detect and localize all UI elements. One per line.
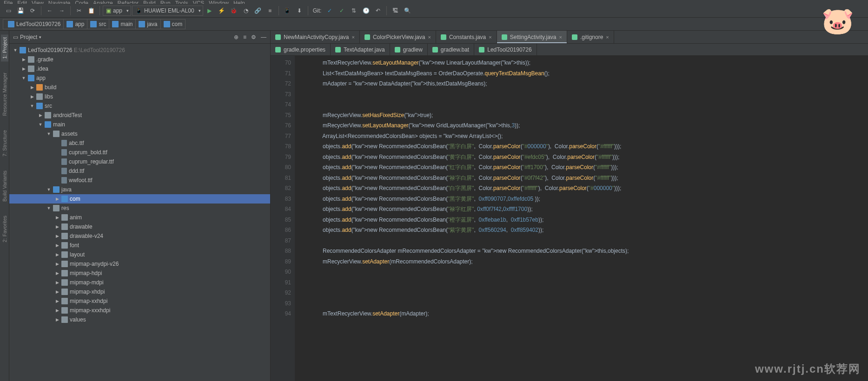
expand-icon[interactable]: ▶ xyxy=(55,262,60,266)
close-icon[interactable]: × xyxy=(489,34,491,40)
profile-icon[interactable]: ◔ xyxy=(240,5,252,16)
git-commit-icon[interactable]: ✓ xyxy=(336,5,347,16)
tree-item[interactable]: ddd.ttf xyxy=(9,166,270,176)
tree-item[interactable]: ▶drawable xyxy=(9,222,270,231)
sync-icon[interactable]: ⟳ xyxy=(27,5,38,16)
tree-item[interactable]: ▶mipmap-anydpi-v26 xyxy=(9,259,270,269)
editor-tab[interactable]: SettingActivity.java× xyxy=(497,31,567,43)
tree-item[interactable]: ▶mipmap-xxhdpi xyxy=(9,296,270,306)
gear-icon[interactable]: ⚙ xyxy=(251,34,256,40)
tree-item[interactable]: wwfoot.ttf xyxy=(9,176,270,185)
git-revert-icon[interactable]: ↶ xyxy=(372,5,384,16)
menu-file[interactable]: File xyxy=(4,0,13,4)
side-tab-build-variants[interactable]: Build Variants xyxy=(1,168,8,204)
expand-icon[interactable]: ▶ xyxy=(55,317,60,322)
editor-tab[interactable]: TextAdapter.java xyxy=(331,44,390,55)
project-tree[interactable]: ▼LedTool20190726 E:\LedTool20190726▶.gra… xyxy=(9,44,270,381)
redo-icon[interactable]: → xyxy=(56,5,67,16)
menu-refactor[interactable]: Refactor xyxy=(118,0,139,4)
tree-item[interactable]: abc.ttf xyxy=(9,138,270,148)
structure-icon[interactable]: 🏗 xyxy=(390,5,401,16)
expand-icon[interactable]: ▼ xyxy=(46,206,51,210)
menu-tools[interactable]: Tools xyxy=(175,0,188,4)
tree-item[interactable]: ▶mipmap-mdpi xyxy=(9,278,270,287)
tree-item[interactable]: ▶drawable-v24 xyxy=(9,231,270,241)
expand-icon[interactable]: ▶ xyxy=(21,57,26,62)
expand-icon[interactable]: ▶ xyxy=(55,308,60,313)
expand-icon[interactable]: ▶ xyxy=(55,234,60,238)
editor-tab[interactable]: NewMainActivityCopy.java× xyxy=(271,31,360,43)
expand-icon[interactable]: ▼ xyxy=(21,76,26,80)
tree-item[interactable]: cuprum_bold.ttf xyxy=(9,148,270,157)
expand-icon[interactable]: ▶ xyxy=(55,224,60,229)
breadcrumb-item[interactable]: main xyxy=(109,19,136,29)
editor-tab[interactable]: .gitignore× xyxy=(567,31,614,43)
expand-icon[interactable]: ▼ xyxy=(13,48,18,53)
expand-icon[interactable]: ▶ xyxy=(55,299,60,303)
expand-icon[interactable]: ▶ xyxy=(38,113,43,118)
tree-item[interactable]: ▶.idea xyxy=(9,64,270,73)
undo-icon[interactable]: ← xyxy=(44,5,55,16)
menu-window[interactable]: Window xyxy=(209,0,229,4)
editor-tab[interactable]: gradle.properties xyxy=(271,44,331,55)
tree-item[interactable]: ▶androidTest xyxy=(9,111,270,120)
open-icon[interactable]: ▭ xyxy=(3,5,14,16)
editor-tab[interactable]: Constants.java× xyxy=(436,31,497,43)
collapse-icon[interactable]: ≡ xyxy=(243,34,246,40)
attach-icon[interactable]: 🔗 xyxy=(252,5,264,16)
expand-icon[interactable]: ▶ xyxy=(55,271,60,276)
expand-icon[interactable]: ▶ xyxy=(55,252,60,257)
stop-icon[interactable]: ■ xyxy=(265,5,276,16)
close-icon[interactable]: × xyxy=(606,34,609,40)
expand-icon[interactable]: ▼ xyxy=(46,131,51,136)
tree-item[interactable]: ▶anim xyxy=(9,213,270,222)
expand-icon[interactable]: ▶ xyxy=(55,243,60,248)
side-tab-favorites[interactable]: 2: Favorites xyxy=(1,213,8,245)
expand-icon[interactable]: ▶ xyxy=(55,215,60,220)
search-icon[interactable]: 🔍 xyxy=(402,5,413,16)
menu-bar[interactable]: FileEditViewNavigateCodeAnalyzeRefactorB… xyxy=(0,0,868,4)
tree-item[interactable]: cuprum_regular.ttf xyxy=(9,157,270,166)
breadcrumb-item[interactable]: src xyxy=(87,19,109,29)
sdk-icon[interactable]: ⬇ xyxy=(294,5,305,16)
tree-item[interactable]: ▶.gradle xyxy=(9,55,270,64)
breadcrumb-item[interactable]: java xyxy=(135,19,160,29)
copy-icon[interactable]: 📋 xyxy=(86,5,97,16)
tree-item[interactable]: ▶build xyxy=(9,83,270,92)
menu-run[interactable]: Run xyxy=(160,0,171,4)
run-icon[interactable]: ▶ xyxy=(204,5,215,16)
expand-icon[interactable]: ▶ xyxy=(30,85,34,90)
menu-edit[interactable]: Edit xyxy=(17,0,27,4)
expand-icon[interactable]: ▶ xyxy=(55,280,60,285)
breadcrumb-root[interactable]: LedTool20190726 xyxy=(3,19,64,29)
menu-view[interactable]: View xyxy=(32,0,44,4)
code-editor[interactable]: 7071727374757677787980818283848586878889… xyxy=(271,56,868,381)
tree-item[interactable]: ▼res xyxy=(9,204,270,213)
menu-vcs[interactable]: VCS xyxy=(193,0,205,4)
tree-item[interactable]: ▶mipmap-hdpi xyxy=(9,269,270,278)
menu-help[interactable]: Help xyxy=(233,0,245,4)
editor-tab[interactable]: gradlew xyxy=(390,44,428,55)
editor-tab[interactable]: LedTool20190726 xyxy=(474,44,537,55)
debug-icon[interactable]: 🐞 xyxy=(228,5,239,16)
tree-item[interactable]: ▼assets xyxy=(9,129,270,138)
hide-icon[interactable]: — xyxy=(261,34,266,40)
breadcrumb-item[interactable]: com xyxy=(160,19,186,29)
menu-analyze[interactable]: Analyze xyxy=(93,0,113,4)
tree-item[interactable]: ▼src xyxy=(9,101,270,111)
tree-item[interactable]: ▼app xyxy=(9,73,270,83)
tree-item[interactable]: ▼java xyxy=(9,185,270,194)
expand-icon[interactable]: ▼ xyxy=(46,187,51,192)
tree-item[interactable]: ▶mipmap-xxxhdpi xyxy=(9,306,270,315)
editor-tab[interactable]: ColorPickerView.java× xyxy=(360,31,436,43)
editor-tab[interactable]: gradlew.bat xyxy=(428,44,474,55)
git-update-icon[interactable]: ✓ xyxy=(324,5,335,16)
apply-icon[interactable]: ⚡ xyxy=(216,5,227,16)
menu-navigate[interactable]: Navigate xyxy=(48,0,70,4)
close-icon[interactable]: × xyxy=(559,34,562,40)
side-tab-resource[interactable]: Resource Manager xyxy=(1,70,8,119)
device-combo[interactable]: 📱HUAWEI EML-AL00 xyxy=(132,6,203,16)
git-compare-icon[interactable]: ⇅ xyxy=(348,5,359,16)
side-tab-structure[interactable]: 7: Structure xyxy=(1,127,8,159)
code-content[interactable]: mTextRecyclerView.setLayoutManager("kw">… xyxy=(295,56,868,381)
